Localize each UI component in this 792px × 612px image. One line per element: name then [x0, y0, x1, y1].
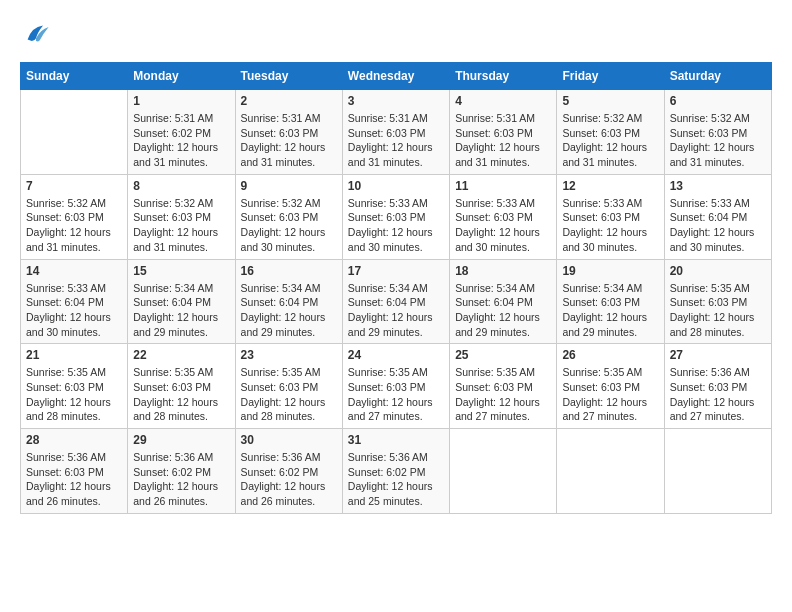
day-number: 11	[455, 179, 551, 193]
day-number: 13	[670, 179, 766, 193]
day-info: Sunrise: 5:35 AMSunset: 6:03 PMDaylight:…	[348, 365, 444, 424]
day-info: Sunrise: 5:31 AMSunset: 6:02 PMDaylight:…	[133, 111, 229, 170]
calendar-cell: 4Sunrise: 5:31 AMSunset: 6:03 PMDaylight…	[450, 90, 557, 175]
calendar-cell: 28Sunrise: 5:36 AMSunset: 6:03 PMDayligh…	[21, 429, 128, 514]
calendar-cell: 11Sunrise: 5:33 AMSunset: 6:03 PMDayligh…	[450, 174, 557, 259]
day-number: 4	[455, 94, 551, 108]
day-number: 30	[241, 433, 337, 447]
day-info: Sunrise: 5:36 AMSunset: 6:02 PMDaylight:…	[241, 450, 337, 509]
day-info: Sunrise: 5:34 AMSunset: 6:04 PMDaylight:…	[455, 281, 551, 340]
day-header-friday: Friday	[557, 63, 664, 90]
day-header-monday: Monday	[128, 63, 235, 90]
week-row-5: 28Sunrise: 5:36 AMSunset: 6:03 PMDayligh…	[21, 429, 772, 514]
calendar-cell: 13Sunrise: 5:33 AMSunset: 6:04 PMDayligh…	[664, 174, 771, 259]
calendar-cell: 25Sunrise: 5:35 AMSunset: 6:03 PMDayligh…	[450, 344, 557, 429]
day-number: 23	[241, 348, 337, 362]
day-number: 28	[26, 433, 122, 447]
day-number: 20	[670, 264, 766, 278]
day-info: Sunrise: 5:31 AMSunset: 6:03 PMDaylight:…	[455, 111, 551, 170]
day-number: 27	[670, 348, 766, 362]
calendar-cell: 14Sunrise: 5:33 AMSunset: 6:04 PMDayligh…	[21, 259, 128, 344]
week-row-4: 21Sunrise: 5:35 AMSunset: 6:03 PMDayligh…	[21, 344, 772, 429]
calendar-cell	[450, 429, 557, 514]
calendar-cell: 10Sunrise: 5:33 AMSunset: 6:03 PMDayligh…	[342, 174, 449, 259]
calendar-cell: 15Sunrise: 5:34 AMSunset: 6:04 PMDayligh…	[128, 259, 235, 344]
week-row-1: 1Sunrise: 5:31 AMSunset: 6:02 PMDaylight…	[21, 90, 772, 175]
day-info: Sunrise: 5:35 AMSunset: 6:03 PMDaylight:…	[562, 365, 658, 424]
day-info: Sunrise: 5:36 AMSunset: 6:02 PMDaylight:…	[348, 450, 444, 509]
day-info: Sunrise: 5:32 AMSunset: 6:03 PMDaylight:…	[562, 111, 658, 170]
calendar-cell: 1Sunrise: 5:31 AMSunset: 6:02 PMDaylight…	[128, 90, 235, 175]
day-info: Sunrise: 5:33 AMSunset: 6:03 PMDaylight:…	[562, 196, 658, 255]
day-info: Sunrise: 5:31 AMSunset: 6:03 PMDaylight:…	[348, 111, 444, 170]
day-info: Sunrise: 5:34 AMSunset: 6:04 PMDaylight:…	[241, 281, 337, 340]
day-info: Sunrise: 5:32 AMSunset: 6:03 PMDaylight:…	[670, 111, 766, 170]
day-info: Sunrise: 5:32 AMSunset: 6:03 PMDaylight:…	[241, 196, 337, 255]
calendar-cell: 19Sunrise: 5:34 AMSunset: 6:03 PMDayligh…	[557, 259, 664, 344]
day-number: 18	[455, 264, 551, 278]
calendar-cell: 29Sunrise: 5:36 AMSunset: 6:02 PMDayligh…	[128, 429, 235, 514]
day-info: Sunrise: 5:35 AMSunset: 6:03 PMDaylight:…	[455, 365, 551, 424]
day-number: 6	[670, 94, 766, 108]
day-info: Sunrise: 5:33 AMSunset: 6:04 PMDaylight:…	[26, 281, 122, 340]
calendar-cell: 17Sunrise: 5:34 AMSunset: 6:04 PMDayligh…	[342, 259, 449, 344]
day-number: 3	[348, 94, 444, 108]
day-number: 7	[26, 179, 122, 193]
day-number: 1	[133, 94, 229, 108]
logo	[20, 20, 50, 52]
day-number: 31	[348, 433, 444, 447]
day-info: Sunrise: 5:32 AMSunset: 6:03 PMDaylight:…	[26, 196, 122, 255]
calendar-cell: 30Sunrise: 5:36 AMSunset: 6:02 PMDayligh…	[235, 429, 342, 514]
day-number: 5	[562, 94, 658, 108]
day-info: Sunrise: 5:36 AMSunset: 6:03 PMDaylight:…	[670, 365, 766, 424]
day-info: Sunrise: 5:32 AMSunset: 6:03 PMDaylight:…	[133, 196, 229, 255]
day-info: Sunrise: 5:35 AMSunset: 6:03 PMDaylight:…	[26, 365, 122, 424]
day-header-wednesday: Wednesday	[342, 63, 449, 90]
day-info: Sunrise: 5:33 AMSunset: 6:03 PMDaylight:…	[455, 196, 551, 255]
day-number: 16	[241, 264, 337, 278]
day-number: 21	[26, 348, 122, 362]
calendar-table: SundayMondayTuesdayWednesdayThursdayFrid…	[20, 62, 772, 514]
calendar-cell: 21Sunrise: 5:35 AMSunset: 6:03 PMDayligh…	[21, 344, 128, 429]
day-info: Sunrise: 5:34 AMSunset: 6:04 PMDaylight:…	[133, 281, 229, 340]
day-number: 14	[26, 264, 122, 278]
calendar-cell: 26Sunrise: 5:35 AMSunset: 6:03 PMDayligh…	[557, 344, 664, 429]
day-number: 15	[133, 264, 229, 278]
calendar-cell: 8Sunrise: 5:32 AMSunset: 6:03 PMDaylight…	[128, 174, 235, 259]
days-header-row: SundayMondayTuesdayWednesdayThursdayFrid…	[21, 63, 772, 90]
day-number: 22	[133, 348, 229, 362]
calendar-cell: 16Sunrise: 5:34 AMSunset: 6:04 PMDayligh…	[235, 259, 342, 344]
calendar-cell	[664, 429, 771, 514]
day-number: 12	[562, 179, 658, 193]
day-info: Sunrise: 5:34 AMSunset: 6:03 PMDaylight:…	[562, 281, 658, 340]
calendar-cell: 18Sunrise: 5:34 AMSunset: 6:04 PMDayligh…	[450, 259, 557, 344]
day-info: Sunrise: 5:33 AMSunset: 6:04 PMDaylight:…	[670, 196, 766, 255]
week-row-3: 14Sunrise: 5:33 AMSunset: 6:04 PMDayligh…	[21, 259, 772, 344]
day-info: Sunrise: 5:36 AMSunset: 6:03 PMDaylight:…	[26, 450, 122, 509]
calendar-cell	[557, 429, 664, 514]
day-number: 17	[348, 264, 444, 278]
calendar-cell: 7Sunrise: 5:32 AMSunset: 6:03 PMDaylight…	[21, 174, 128, 259]
calendar-cell: 12Sunrise: 5:33 AMSunset: 6:03 PMDayligh…	[557, 174, 664, 259]
page-header	[20, 20, 772, 52]
calendar-cell: 31Sunrise: 5:36 AMSunset: 6:02 PMDayligh…	[342, 429, 449, 514]
day-number: 19	[562, 264, 658, 278]
day-number: 9	[241, 179, 337, 193]
day-number: 10	[348, 179, 444, 193]
day-number: 26	[562, 348, 658, 362]
day-number: 29	[133, 433, 229, 447]
calendar-cell: 20Sunrise: 5:35 AMSunset: 6:03 PMDayligh…	[664, 259, 771, 344]
day-info: Sunrise: 5:35 AMSunset: 6:03 PMDaylight:…	[670, 281, 766, 340]
day-info: Sunrise: 5:31 AMSunset: 6:03 PMDaylight:…	[241, 111, 337, 170]
day-header-thursday: Thursday	[450, 63, 557, 90]
calendar-cell: 23Sunrise: 5:35 AMSunset: 6:03 PMDayligh…	[235, 344, 342, 429]
calendar-cell: 24Sunrise: 5:35 AMSunset: 6:03 PMDayligh…	[342, 344, 449, 429]
calendar-cell: 2Sunrise: 5:31 AMSunset: 6:03 PMDaylight…	[235, 90, 342, 175]
calendar-cell: 27Sunrise: 5:36 AMSunset: 6:03 PMDayligh…	[664, 344, 771, 429]
logo-bird-icon	[22, 20, 50, 48]
day-info: Sunrise: 5:35 AMSunset: 6:03 PMDaylight:…	[133, 365, 229, 424]
week-row-2: 7Sunrise: 5:32 AMSunset: 6:03 PMDaylight…	[21, 174, 772, 259]
day-info: Sunrise: 5:34 AMSunset: 6:04 PMDaylight:…	[348, 281, 444, 340]
day-info: Sunrise: 5:33 AMSunset: 6:03 PMDaylight:…	[348, 196, 444, 255]
day-info: Sunrise: 5:35 AMSunset: 6:03 PMDaylight:…	[241, 365, 337, 424]
